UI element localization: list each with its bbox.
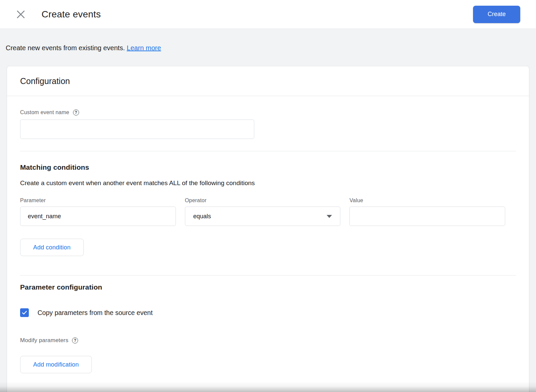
close-x-icon	[16, 9, 26, 19]
copy-parameters-checkbox[interactable]	[20, 308, 29, 317]
custom-event-name-label: Custom event name	[20, 109, 69, 115]
chevron-down-icon	[327, 215, 332, 218]
add-condition-button[interactable]: Add condition	[20, 239, 84, 256]
value-label: Value	[349, 198, 505, 204]
condition-row: Parameter Operator equals Value	[20, 198, 505, 226]
copy-parameters-row: Copy parameters from the source event	[20, 308, 516, 317]
modify-parameters-row: Modify parameters ?	[20, 337, 516, 344]
parameter-input[interactable]	[20, 207, 176, 226]
create-button[interactable]: Create	[473, 6, 520, 23]
intro-description: Create new events from existing events.	[6, 44, 127, 52]
intro-text: Create new events from existing events. …	[0, 29, 536, 52]
matching-conditions-description: Create a custom event when another event…	[20, 179, 516, 187]
value-input[interactable]	[349, 207, 505, 226]
configuration-title: Configuration	[7, 66, 529, 96]
parameter-configuration-section: Parameter configuration Copy parameters …	[7, 276, 529, 373]
learn-more-link[interactable]: Learn more	[127, 44, 161, 52]
custom-event-name-section: Custom event name ?	[7, 96, 529, 139]
configuration-card: Configuration Custom event name ? Matchi…	[7, 66, 529, 392]
modify-parameters-label: Modify parameters	[20, 337, 68, 344]
custom-event-name-input[interactable]	[20, 120, 254, 139]
parameter-label: Parameter	[20, 198, 176, 204]
copy-parameters-label: Copy parameters from the source event	[38, 309, 153, 317]
matching-conditions-section: Matching conditions Create a custom even…	[7, 151, 529, 256]
checkmark-icon	[21, 310, 27, 316]
parameter-configuration-title: Parameter configuration	[20, 283, 516, 291]
operator-select[interactable]: equals	[185, 207, 341, 226]
parameter-field: Parameter	[20, 198, 176, 226]
header-bar: Create events Create	[0, 0, 536, 29]
help-icon[interactable]: ?	[73, 109, 79, 115]
operator-label: Operator	[185, 198, 341, 204]
operator-field: Operator equals	[185, 198, 341, 226]
page-title: Create events	[42, 9, 101, 20]
matching-conditions-title: Matching conditions	[20, 163, 516, 171]
help-icon[interactable]: ?	[72, 337, 78, 343]
close-button[interactable]	[15, 9, 26, 20]
operator-selected-value: equals	[193, 213, 211, 220]
add-modification-button[interactable]: Add modification	[20, 356, 92, 373]
value-field: Value	[349, 198, 505, 226]
